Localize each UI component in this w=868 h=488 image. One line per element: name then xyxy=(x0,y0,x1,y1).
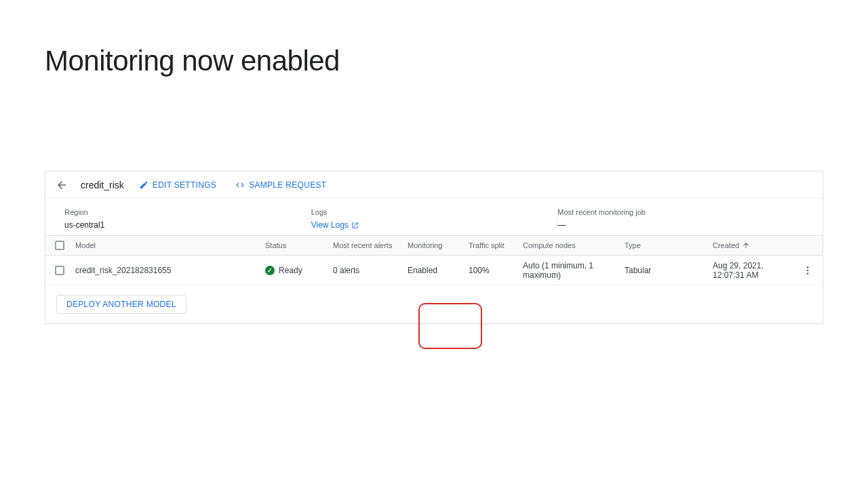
cell-traffic: 100% xyxy=(469,266,523,275)
endpoint-title: credit_risk xyxy=(81,180,124,190)
col-status[interactable]: Status xyxy=(265,241,333,249)
col-type[interactable]: Type xyxy=(625,241,713,249)
region-label: Region xyxy=(64,208,297,216)
monjob-label: Most recent monitoring job xyxy=(557,208,790,216)
sort-asc-icon xyxy=(742,241,750,249)
models-table: Model Status Most recent alerts Monitori… xyxy=(45,235,823,285)
monjob-value: — xyxy=(557,220,790,230)
edit-settings-label: EDIT SETTINGS xyxy=(153,180,216,190)
row-more-button[interactable] xyxy=(794,265,821,276)
row-checkbox[interactable] xyxy=(55,266,64,275)
monjob-block: Most recent monitoring job — xyxy=(557,208,804,230)
col-created-label: Created xyxy=(713,241,739,249)
status-ready-icon xyxy=(265,266,275,275)
cell-monitoring: Enabled xyxy=(408,266,469,275)
col-compute[interactable]: Compute nodes xyxy=(523,241,625,249)
table-header: Model Status Most recent alerts Monitori… xyxy=(45,235,823,256)
cell-compute: Auto (1 minimum, 1 maximum) xyxy=(523,261,625,280)
cell-type: Tabular xyxy=(625,266,713,275)
edit-settings-button[interactable]: EDIT SETTINGS xyxy=(135,178,220,192)
sample-request-button[interactable]: SAMPLE REQUEST xyxy=(231,178,330,192)
status-text: Ready xyxy=(279,266,302,275)
deploy-another-model-button[interactable]: DEPLOY ANOTHER MODEL xyxy=(56,295,186,314)
cell-status: Ready xyxy=(265,266,333,275)
col-alerts[interactable]: Most recent alerts xyxy=(333,241,408,249)
open-in-new-icon xyxy=(351,222,359,229)
col-created[interactable]: Created xyxy=(713,241,794,249)
back-button[interactable] xyxy=(54,177,70,193)
select-all-checkbox[interactable] xyxy=(55,241,64,250)
col-traffic[interactable]: Traffic split xyxy=(469,241,523,249)
region-block: Region us-central1 xyxy=(64,208,311,230)
svg-point-0 xyxy=(807,266,809,268)
monitoring-highlight xyxy=(418,303,482,349)
info-row: Region us-central1 Logs View Logs Most r… xyxy=(45,199,823,235)
sample-request-label: SAMPLE REQUEST xyxy=(249,180,326,190)
svg-point-2 xyxy=(807,272,809,274)
endpoint-panel: credit_risk EDIT SETTINGS SAMPLE REQUEST… xyxy=(45,171,823,324)
svg-point-1 xyxy=(807,269,809,271)
logs-label: Logs xyxy=(311,208,544,216)
cell-model: credit_risk_202182831655 xyxy=(75,266,265,275)
cell-alerts: 0 alerts xyxy=(333,266,408,275)
more-vert-icon xyxy=(802,265,813,276)
cell-created: Aug 29, 2021, 12:07:31 AM xyxy=(713,261,794,280)
col-model[interactable]: Model xyxy=(75,241,265,249)
code-icon xyxy=(235,180,245,190)
pencil-icon xyxy=(139,180,149,190)
table-row: credit_risk_202182831655 Ready 0 alerts … xyxy=(45,256,823,285)
logs-block: Logs View Logs xyxy=(311,208,558,230)
arrow-left-icon xyxy=(56,179,68,191)
col-monitoring[interactable]: Monitoring xyxy=(408,241,469,249)
page-title: Monitoring now enabled xyxy=(0,0,868,77)
toolbar: credit_risk EDIT SETTINGS SAMPLE REQUEST xyxy=(45,171,823,199)
view-logs-text: View Logs xyxy=(311,220,349,230)
region-value: us-central1 xyxy=(64,220,297,230)
view-logs-link[interactable]: View Logs xyxy=(311,220,359,230)
